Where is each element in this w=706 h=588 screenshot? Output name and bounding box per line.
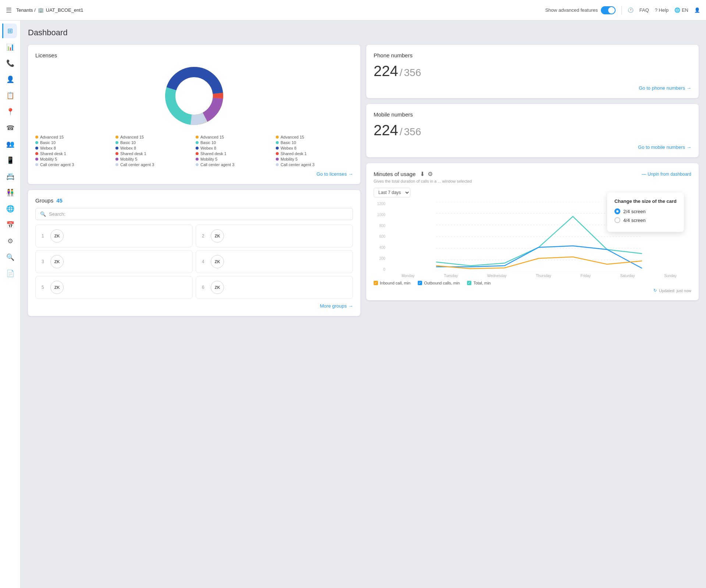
legend-dot-icon	[35, 136, 38, 139]
legend-item: Basic 10	[196, 140, 273, 145]
go-to-phone-link[interactable]: Go to phone numbers →	[374, 85, 691, 91]
phone-numbers-slash: /	[400, 67, 403, 79]
sidebar-item-reports[interactable]: 📋	[3, 88, 18, 103]
licenses-chart-area	[35, 63, 353, 129]
updated-row: ↻ Updated: just now	[374, 288, 691, 293]
group-item[interactable]: 1 ZK	[35, 225, 193, 247]
legend-item: Advanced 15	[196, 135, 273, 139]
menu-icon[interactable]: ☰	[6, 6, 12, 14]
legend-label: Basic 10	[281, 140, 296, 145]
sidebar-item-dashboard[interactable]: ⊞	[2, 24, 17, 38]
legend-column: Advanced 15Basic 10Webex 8Shared desk 1M…	[196, 135, 273, 167]
go-to-mobile-link[interactable]: Go to mobile numbers →	[374, 144, 691, 150]
inbound-legend[interactable]: ✓ Inbound call, min	[374, 281, 410, 285]
group-number: 3	[42, 259, 46, 264]
usage-title: Minutes of usage	[374, 171, 416, 177]
legend-dot-icon	[115, 152, 118, 155]
legend-dot-icon	[35, 147, 38, 150]
sidebar-item-calls[interactable]: 📞	[3, 56, 18, 71]
legend-label: Shared desk 1	[120, 151, 146, 156]
refresh-icon[interactable]: ↻	[653, 288, 657, 293]
group-item[interactable]: 4 ZK	[196, 250, 353, 273]
topbar-right: Show advanced features 🕐 FAQ ? Help 🌐 EN…	[545, 6, 700, 15]
sidebar-item-search[interactable]: 🔍	[3, 250, 18, 265]
legend-dot-icon	[196, 158, 199, 161]
faq-button[interactable]: FAQ	[639, 7, 649, 13]
legend-item: Webex 8	[276, 146, 353, 150]
legend-label: Basic 10	[40, 140, 56, 145]
sidebar-item-people[interactable]: 👫	[3, 185, 18, 200]
sidebar-item-location[interactable]: 📍	[3, 104, 18, 119]
group-item[interactable]: 5 ZK	[35, 276, 193, 299]
phone-numbers-total: 356	[404, 67, 421, 79]
donut-svg	[161, 63, 227, 129]
outbound-legend[interactable]: ✓ Outbound calls, min	[418, 281, 460, 285]
legend-item: Advanced 15	[276, 135, 353, 139]
sidebar-item-analytics[interactable]: 📊	[3, 40, 18, 54]
unpin-button[interactable]: — Unpin from dashboard	[642, 172, 691, 177]
legend-item: Mobility 5	[115, 157, 193, 161]
total-legend-icon: ✓	[467, 281, 471, 285]
group-item[interactable]: 2 ZK	[196, 225, 353, 247]
inbound-legend-icon: ✓	[374, 281, 378, 285]
size-option-4-4[interactable]: 4/4 screen	[614, 217, 677, 223]
legend-item: Call center agent 3	[35, 162, 113, 167]
legend-dot-icon	[115, 147, 118, 150]
groups-card: Groups 45 🔍 Search: 1 ZK 2 ZK 3 ZK 4 ZK …	[28, 190, 360, 316]
sidebar-item-network[interactable]: 🌐	[3, 201, 18, 216]
usage-header: Minutes of usage ⬇ ⚙ — Unpin from dashbo…	[374, 171, 691, 178]
sidebar-item-mobile[interactable]: 📱	[3, 153, 18, 168]
right-column: Phone numbers 224 / 356 Go to phone numb…	[366, 45, 699, 316]
legend-item: Shared desk 1	[276, 151, 353, 156]
legend-item: Basic 10	[115, 140, 193, 145]
phone-numbers-card: Phone numbers 224 / 356 Go to phone numb…	[366, 45, 699, 98]
groups-search-placeholder: Search:	[49, 211, 65, 217]
settings-icon[interactable]: ⚙	[428, 171, 433, 178]
search-icon: 🔍	[40, 211, 46, 217]
more-groups-link[interactable]: More groups →	[35, 303, 353, 309]
legend-item: Call center agent 3	[276, 162, 353, 167]
sidebar-item-groups[interactable]: 👥	[3, 137, 18, 151]
main-content: Dashboard Licenses	[21, 21, 706, 588]
legend-label: Advanced 15	[200, 135, 224, 139]
toggle-switch[interactable]	[601, 6, 616, 14]
sidebar-item-contacts[interactable]: 📇	[3, 169, 18, 184]
popup-title: Change the size of the card	[614, 198, 677, 204]
breadcrumb-icon: 🏢	[38, 7, 44, 13]
go-to-licenses-link[interactable]: Go to licenses →	[35, 171, 353, 177]
group-item[interactable]: 6 ZK	[196, 276, 353, 299]
legend-dot-icon	[35, 158, 38, 161]
date-filter-select[interactable]: Last 7 days	[374, 188, 410, 197]
legend-item: Basic 10	[35, 140, 113, 145]
sidebar-item-phone[interactable]: ☎	[3, 121, 18, 135]
group-number: 5	[42, 285, 46, 290]
history-button[interactable]: 🕐	[628, 7, 634, 13]
legend-label: Call center agent 3	[120, 162, 154, 167]
advanced-features-toggle[interactable]: Show advanced features	[545, 6, 616, 14]
legend-label: Webex 8	[281, 146, 296, 150]
legend-item: Call center agent 3	[115, 162, 193, 167]
groups-grid: 1 ZK 2 ZK 3 ZK 4 ZK 5 ZK 6 ZK	[35, 225, 353, 299]
group-item[interactable]: 3 ZK	[35, 250, 193, 273]
legend-dot-icon	[276, 141, 279, 144]
user-button[interactable]: 👤	[694, 7, 700, 13]
legend-dot-icon	[196, 141, 199, 144]
legend-dot-icon	[276, 136, 279, 139]
lang-button[interactable]: 🌐 EN	[674, 7, 688, 13]
groups-count: 45	[56, 197, 63, 204]
mobile-numbers-title: Mobile numbers	[374, 111, 691, 118]
size-option-2-4[interactable]: 2/4 screen	[614, 208, 677, 214]
group-number: 1	[42, 233, 46, 239]
download-icon[interactable]: ⬇	[420, 171, 425, 178]
legend-item: Advanced 15	[35, 135, 113, 139]
total-legend[interactable]: ✓ Total, min	[467, 281, 491, 285]
help-button[interactable]: ? Help	[655, 7, 669, 13]
left-column: Licenses	[28, 45, 360, 316]
sidebar-item-calendar[interactable]: 📅	[3, 218, 18, 232]
legend-label: Basic 10	[200, 140, 216, 145]
sidebar-item-docs[interactable]: 📄	[3, 266, 18, 281]
legend-label: Advanced 15	[120, 135, 144, 139]
sidebar-item-tools[interactable]: ⚙	[3, 234, 18, 248]
sidebar-item-users[interactable]: 👤	[3, 72, 18, 87]
groups-search-box[interactable]: 🔍 Search:	[35, 208, 353, 220]
